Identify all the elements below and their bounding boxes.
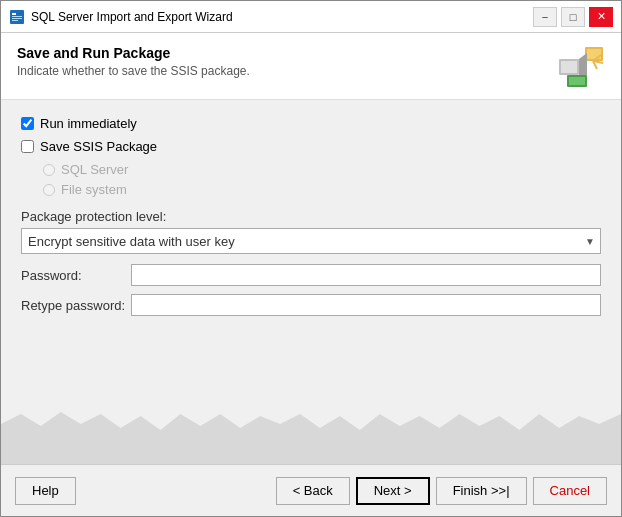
- protection-level-select-wrapper: Do not save sensitive data Encrypt sensi…: [21, 228, 601, 254]
- main-window: SQL Server Import and Export Wizard − □ …: [0, 0, 622, 517]
- back-button[interactable]: < Back: [276, 477, 350, 505]
- svg-rect-11: [569, 77, 585, 85]
- svg-marker-9: [579, 53, 587, 75]
- close-button[interactable]: ✕: [589, 7, 613, 27]
- window-controls: − □ ✕: [533, 7, 613, 27]
- retype-password-row: Retype password:: [21, 294, 601, 316]
- protection-section: Package protection level: Do not save se…: [21, 209, 601, 316]
- page-subtitle: Indicate whether to save the SSIS packag…: [17, 64, 250, 78]
- run-immediately-label[interactable]: Run immediately: [40, 116, 137, 131]
- password-input[interactable]: [131, 264, 601, 286]
- save-ssis-row: Save SSIS Package: [21, 139, 601, 154]
- cancel-button[interactable]: Cancel: [533, 477, 607, 505]
- password-label: Password:: [21, 268, 131, 283]
- help-button[interactable]: Help: [15, 477, 76, 505]
- destination-radio-group: SQL Server File system: [43, 162, 601, 197]
- page-title: Save and Run Package: [17, 45, 250, 61]
- sql-server-radio[interactable]: [43, 164, 55, 176]
- decorative-area: [1, 364, 621, 464]
- svg-marker-16: [1, 412, 621, 464]
- footer: Help < Back Next > Finish >>| Cancel: [1, 464, 621, 516]
- retype-password-label: Retype password:: [21, 298, 131, 313]
- maximize-button[interactable]: □: [561, 7, 585, 27]
- run-immediately-row: Run immediately: [21, 116, 601, 131]
- page-header: Save and Run Package Indicate whether to…: [1, 33, 621, 100]
- sql-server-radio-row: SQL Server: [43, 162, 601, 177]
- sql-server-label: SQL Server: [61, 162, 128, 177]
- content-area: Run immediately Save SSIS Package SQL Se…: [1, 100, 621, 464]
- svg-rect-8: [561, 61, 577, 73]
- file-system-label: File system: [61, 182, 127, 197]
- titlebar: SQL Server Import and Export Wizard − □ …: [1, 1, 621, 33]
- next-button[interactable]: Next >: [356, 477, 430, 505]
- file-system-radio[interactable]: [43, 184, 55, 196]
- wizard-icon: [557, 45, 605, 89]
- save-ssis-label[interactable]: Save SSIS Package: [40, 139, 157, 154]
- password-row: Password:: [21, 264, 601, 286]
- svg-rect-2: [12, 16, 22, 17]
- minimize-button[interactable]: −: [533, 7, 557, 27]
- app-icon: [9, 9, 25, 25]
- save-ssis-checkbox[interactable]: [21, 140, 34, 153]
- protection-level-select[interactable]: Do not save sensitive data Encrypt sensi…: [21, 228, 601, 254]
- file-system-radio-row: File system: [43, 182, 601, 197]
- torn-paper-svg: [1, 364, 621, 464]
- svg-rect-3: [12, 18, 22, 19]
- run-immediately-checkbox[interactable]: [21, 117, 34, 130]
- window-title: SQL Server Import and Export Wizard: [31, 10, 533, 24]
- finish-button[interactable]: Finish >>|: [436, 477, 527, 505]
- svg-marker-15: [1, 364, 621, 410]
- form-content: Run immediately Save SSIS Package SQL Se…: [1, 100, 621, 364]
- footer-left: Help: [15, 477, 76, 505]
- retype-password-input[interactable]: [131, 294, 601, 316]
- svg-rect-4: [12, 20, 18, 21]
- svg-rect-1: [12, 13, 16, 15]
- footer-right: < Back Next > Finish >>| Cancel: [276, 477, 607, 505]
- protection-level-label: Package protection level:: [21, 209, 601, 224]
- header-text: Save and Run Package Indicate whether to…: [17, 45, 250, 78]
